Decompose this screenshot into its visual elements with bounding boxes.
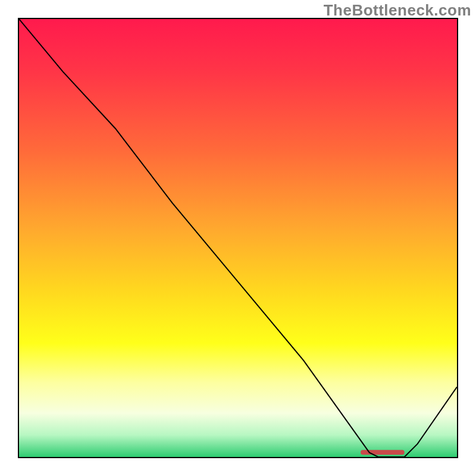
chart-frame: TheBottleneck.com bbox=[0, 0, 476, 476]
optimal-zone-marker bbox=[361, 450, 405, 455]
plot-area bbox=[18, 18, 458, 458]
gradient-background bbox=[19, 19, 457, 457]
plot-svg bbox=[19, 19, 457, 457]
watermark-text: TheBottleneck.com bbox=[324, 1, 471, 20]
